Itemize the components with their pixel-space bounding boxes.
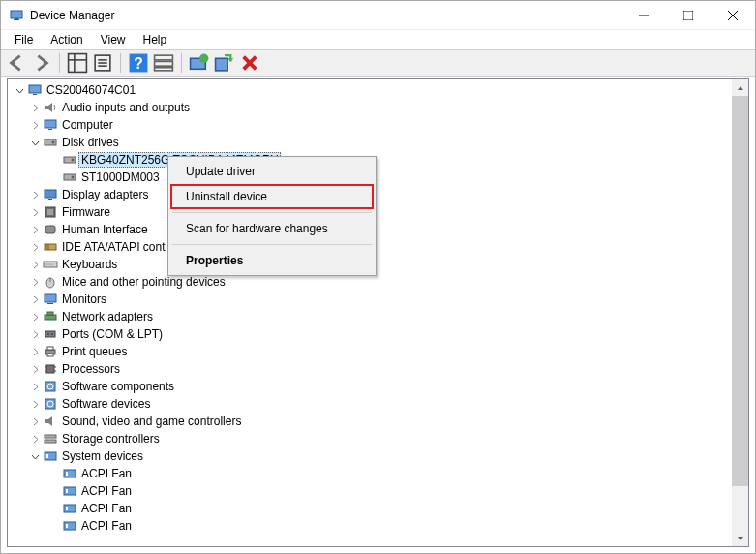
menu-properties[interactable]: Properties — [170, 248, 374, 273]
monitor-icon — [43, 292, 58, 307]
svg-rect-2 — [15, 18, 18, 19]
menu-bar: File Action View Help — [1, 30, 755, 49]
tree-item[interactable]: ACPI Fan — [8, 517, 748, 535]
chevron-right-icon — [46, 169, 62, 185]
menu-action[interactable]: Action — [43, 31, 90, 48]
tree-item-label: ACPI Fan — [81, 484, 132, 498]
chevron-right-icon[interactable] — [27, 414, 43, 429]
tree-item[interactable]: Software components — [8, 378, 748, 395]
back-button[interactable] — [5, 51, 28, 75]
tree-item[interactable]: IDE ATA/ATAPI cont — [8, 238, 748, 256]
tree-item[interactable]: Computer — [8, 116, 748, 134]
chevron-right-icon[interactable] — [27, 239, 43, 255]
tree-item[interactable]: System devices — [8, 447, 748, 465]
tree-item[interactable]: CS20046074C01 — [8, 81, 748, 99]
tree-item[interactable]: Processors — [8, 360, 748, 378]
scan-hardware-button[interactable] — [213, 51, 236, 75]
chevron-right-icon[interactable] — [27, 309, 43, 324]
window-title: Device Manager — [30, 9, 114, 22]
tree-item-label: Human Interface — [62, 223, 148, 236]
tree-item-label: Mice and other pointing devices — [62, 275, 226, 289]
chevron-right-icon[interactable] — [27, 396, 43, 412]
tree-item[interactable]: Sound, video and game controllers — [8, 413, 748, 430]
chevron-right-icon[interactable] — [27, 274, 43, 290]
tree-item[interactable]: Mice and other pointing devices — [8, 273, 748, 291]
svg-rect-7 — [69, 54, 87, 73]
svg-rect-71 — [46, 454, 48, 458]
chevron-right-icon[interactable] — [27, 204, 43, 220]
chevron-right-icon[interactable] — [27, 431, 43, 446]
chevron-down-icon[interactable] — [27, 135, 43, 150]
tree-item[interactable]: KBG40ZNT256G TOSHIBA MEMORY — [8, 151, 748, 169]
svg-rect-78 — [64, 522, 76, 530]
tree-item[interactable]: Ports (COM & LPT) — [8, 325, 748, 343]
menu-scan-hardware[interactable]: Scan for hardware changes — [170, 216, 374, 241]
show-hide-tree-button[interactable] — [66, 51, 89, 75]
tree-item[interactable]: Network adapters — [8, 308, 748, 325]
chevron-right-icon[interactable] — [27, 100, 43, 115]
tree-item[interactable]: Monitors — [8, 291, 748, 308]
chevron-right-icon — [46, 501, 62, 516]
tree-item-label: ACPI Fan — [81, 502, 132, 515]
update-driver-button[interactable] — [188, 51, 211, 75]
tree-item-label: Keyboards — [62, 258, 117, 271]
scroll-thumb[interactable] — [732, 96, 748, 486]
svg-point-55 — [51, 333, 53, 335]
tree-item[interactable]: ACPI Fan — [8, 500, 748, 517]
chevron-right-icon[interactable] — [27, 379, 43, 394]
view-button[interactable] — [152, 51, 175, 75]
svg-rect-0 — [11, 11, 22, 18]
scroll-track[interactable] — [732, 96, 748, 530]
tree-item[interactable]: Audio inputs and outputs — [8, 99, 748, 116]
tree-item[interactable]: ST1000DM003 — [8, 169, 748, 186]
chevron-right-icon[interactable] — [27, 117, 43, 133]
vertical-scrollbar[interactable] — [732, 79, 748, 546]
menu-update-driver[interactable]: Update driver — [170, 159, 374, 184]
chevron-right-icon[interactable] — [27, 361, 43, 377]
tree-item[interactable]: Display adapters — [8, 186, 748, 203]
minimize-button[interactable] — [621, 1, 666, 30]
tree-item[interactable]: Storage controllers — [8, 430, 748, 447]
uninstall-device-button[interactable] — [238, 51, 261, 75]
toolbar-separator — [181, 53, 182, 73]
scroll-up-button[interactable] — [732, 79, 748, 96]
sound-icon — [43, 414, 58, 429]
chevron-right-icon[interactable] — [27, 187, 43, 202]
tree-item-label: Monitors — [62, 292, 106, 306]
menu-file[interactable]: File — [7, 31, 41, 48]
tree-item[interactable]: Print queues — [8, 343, 748, 360]
tree-item[interactable]: Firmware — [8, 203, 748, 221]
chevron-right-icon[interactable] — [27, 257, 43, 272]
svg-point-54 — [47, 333, 49, 335]
tree-item[interactable]: Software devices — [8, 395, 748, 413]
tree-item[interactable]: ACPI Fan — [8, 465, 748, 482]
chevron-down-icon[interactable] — [27, 448, 43, 464]
menu-uninstall-device[interactable]: Uninstall device — [170, 184, 374, 209]
tree-item[interactable]: Human Interface — [8, 221, 748, 238]
scroll-down-button[interactable] — [732, 530, 748, 546]
disk-icon — [62, 152, 77, 168]
tree-item[interactable]: Keyboards — [8, 256, 748, 273]
svg-point-43 — [46, 264, 47, 265]
chevron-right-icon[interactable] — [27, 344, 43, 359]
menu-view[interactable]: View — [93, 31, 134, 48]
chevron-right-icon[interactable] — [27, 222, 43, 237]
chevron-down-icon[interactable] — [12, 82, 27, 98]
tree-item-label: Ports (COM & LPT) — [62, 327, 163, 341]
toolbar-separator — [120, 53, 121, 73]
disk-icon — [62, 169, 77, 185]
device-tree[interactable]: CS20046074C01Audio inputs and outputsCom… — [8, 79, 748, 546]
svg-rect-27 — [48, 129, 52, 130]
chevron-right-icon[interactable] — [27, 326, 43, 342]
tree-item-label: Network adapters — [62, 310, 153, 323]
forward-button[interactable] — [30, 51, 53, 75]
properties-button[interactable] — [91, 51, 114, 75]
close-button[interactable] — [711, 1, 755, 30]
help-button[interactable]: ? — [127, 51, 150, 75]
tree-item[interactable]: Disk drives — [8, 134, 748, 151]
menu-help[interactable]: Help — [136, 31, 175, 48]
chevron-right-icon[interactable] — [27, 292, 43, 307]
tree-item[interactable]: ACPI Fan — [8, 482, 748, 500]
maximize-button[interactable] — [666, 1, 711, 30]
display-icon — [43, 187, 58, 202]
